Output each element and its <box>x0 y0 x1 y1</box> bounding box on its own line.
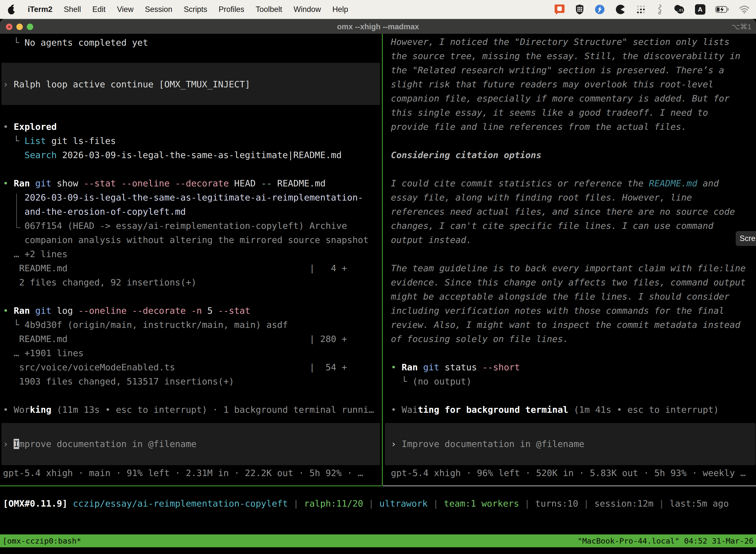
menu-item-view[interactable]: View <box>117 5 134 14</box>
tmux-host-clock: "MacBook-Pro-44.local" 04:52 31-Mar-26 <box>578 535 754 547</box>
chat-app-icon[interactable] <box>554 4 565 15</box>
tmux-session-label: [omx-cczip0:bash* <box>2 535 81 547</box>
percent-61-badge-icon[interactable]: ..61 <box>673 4 685 15</box>
terminal-content: └ No agents completed yet› Ralph loop ac… <box>0 0 756 554</box>
pane-divider[interactable] <box>382 34 383 486</box>
menu-status-icons: ..61 A <box>554 4 750 15</box>
menu-item-window[interactable]: Window <box>294 5 321 14</box>
tmux-status-bar: [omx-cczip0:bash* "MacBook-Pro-44.local"… <box>0 535 756 547</box>
right-pane-border <box>383 486 756 486</box>
menu-item-help[interactable]: Help <box>332 5 348 14</box>
menu-item-profiles[interactable]: Profiles <box>218 5 244 14</box>
wifi-icon[interactable] <box>739 5 750 14</box>
menu-item-toolbelt[interactable]: Toolbelt <box>256 5 282 14</box>
apple-menu-icon[interactable] <box>6 4 16 15</box>
svg-text:..61: ..61 <box>677 8 683 12</box>
menu-item-shell[interactable]: Shell <box>64 5 81 14</box>
tooltip-label: Scre <box>740 234 756 243</box>
hook-icon[interactable] <box>656 4 663 15</box>
shield-grid-icon[interactable] <box>575 4 584 15</box>
terminal-line: [OMX#0.11.9] cczip/essay/ai-reimplementa… <box>3 496 729 510</box>
menu-item-scripts[interactable]: Scripts <box>184 5 207 14</box>
desktop: omx --xhigh --madmax ⌥⌘1 └ No agents com… <box>0 0 756 554</box>
menu-item-session[interactable]: Session <box>145 5 172 14</box>
omx-status-line: [OMX#0.11.9] cczip/essay/ai-reimplementa… <box>0 0 756 554</box>
dots-grid-icon[interactable] <box>636 4 646 14</box>
keyboard-a-icon[interactable]: A <box>695 4 705 15</box>
left-pane-border <box>0 486 382 486</box>
blue-bolt-icon[interactable] <box>594 4 605 15</box>
menu-item-edit[interactable]: Edit <box>92 5 106 14</box>
menu-bar: iTerm2ShellEditViewSessionScriptsProfile… <box>0 0 756 19</box>
crescent-circle-icon[interactable] <box>615 4 626 15</box>
menu-items: iTerm2ShellEditViewSessionScriptsProfile… <box>6 4 348 15</box>
battery-charging-icon[interactable] <box>715 6 729 13</box>
screen-share-tooltip[interactable]: Scre <box>736 231 756 246</box>
menu-item-iterm2[interactable]: iTerm2 <box>28 5 52 14</box>
